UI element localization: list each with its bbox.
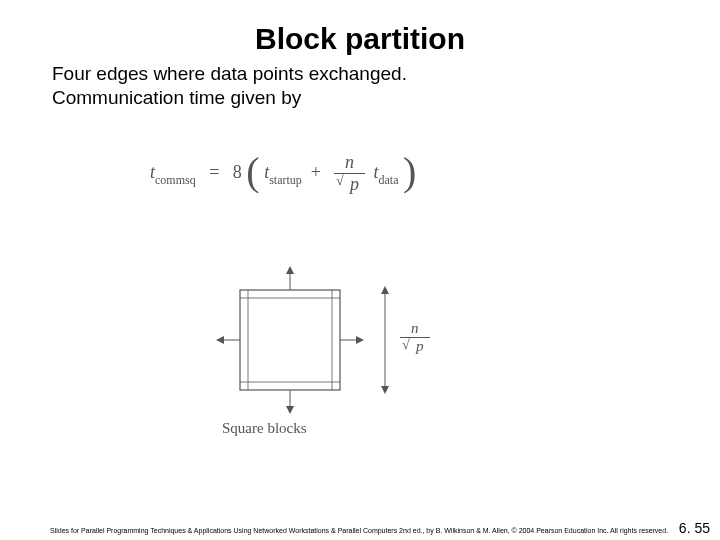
diagram-caption: Square blocks <box>222 420 307 437</box>
eq-equals: = <box>209 162 219 182</box>
eq-frac-num: n <box>334 152 365 174</box>
paren-left-icon: ( <box>246 148 259 195</box>
slide-title: Block partition <box>60 22 660 56</box>
svg-marker-12 <box>356 336 364 344</box>
eq-fraction: n p <box>334 152 365 195</box>
eq-plus: + <box>311 162 321 182</box>
eq-coef: 8 <box>233 162 242 182</box>
equation: tcommsq = 8 ( tstartup + n p tdata ) <box>150 150 416 197</box>
side-frac-num: n <box>400 320 430 338</box>
paren-right-icon: ) <box>403 148 416 195</box>
page-number: 6. 55 <box>679 520 710 536</box>
svg-marker-8 <box>286 406 294 414</box>
side-frac-den: p <box>400 338 430 355</box>
svg-marker-14 <box>381 286 389 294</box>
svg-marker-10 <box>216 336 224 344</box>
eq-term1-sub: startup <box>269 173 302 187</box>
svg-marker-6 <box>286 266 294 274</box>
eq-term2-sub: data <box>379 173 399 187</box>
footer-text: Slides for Parallel Programming Techniqu… <box>50 527 712 534</box>
eq-term2-var: t <box>374 162 379 182</box>
body-line-1: Four edges where data points exchanged. <box>52 63 407 84</box>
body-text: Four edges where data points exchanged. … <box>52 62 720 110</box>
eq-lhs-sub: commsq <box>155 173 196 187</box>
eq-frac-den: p <box>334 174 365 195</box>
svg-rect-0 <box>240 290 340 390</box>
body-line-2: Communication time given by <box>52 87 301 108</box>
svg-marker-15 <box>381 386 389 394</box>
side-dimension-fraction: n p <box>400 320 430 355</box>
